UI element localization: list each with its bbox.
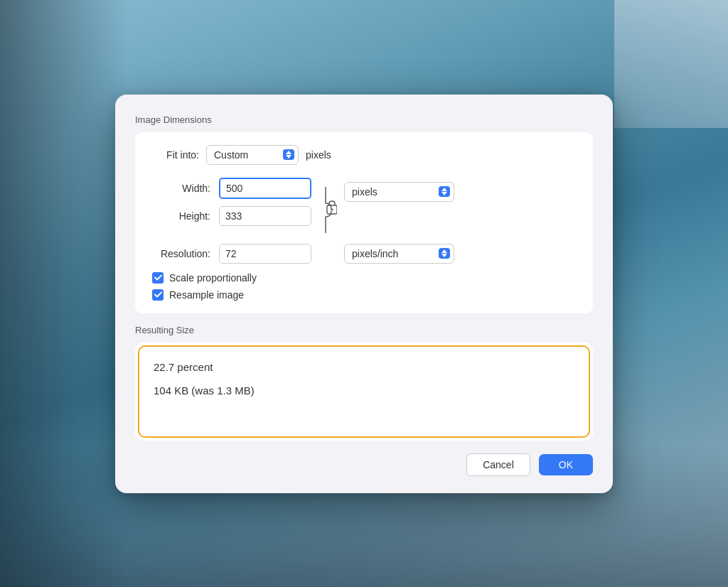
dialog: Image Dimensions Fit into: Custom Fit Wi… (115, 95, 613, 493)
height-input[interactable] (219, 206, 311, 226)
lock-bracket-icon (316, 183, 337, 237)
fit-into-select[interactable]: Custom Fit Width Fit Height (206, 145, 299, 165)
resulting-size-label: Resulting Size (135, 325, 593, 335)
resolution-unit-select-wrapper: pixels/inch pixels/cm (344, 244, 454, 264)
fit-into-select-wrapper: Custom Fit Width Fit Height (206, 145, 299, 165)
resolution-unit-select[interactable]: pixels/inch pixels/cm (344, 244, 454, 264)
resolution-input[interactable] (219, 244, 311, 264)
width-input[interactable] (219, 178, 311, 199)
height-row: Height: (149, 206, 311, 226)
resample-image-checkbox[interactable] (152, 289, 164, 301)
fit-into-units: pixels (306, 149, 331, 161)
pixel-unit-select-wrapper: pixels percent inches cm mm (344, 182, 454, 202)
checkmark-icon (154, 274, 162, 281)
result-percent: 22.7 percent (154, 361, 574, 373)
result-size: 104 KB (was 1.3 MB) (154, 384, 574, 397)
resulting-size-box: 22.7 percent 104 KB (was 1.3 MB) (138, 345, 590, 438)
width-label: Width: (149, 183, 213, 194)
resample-image-label: Resample image (169, 289, 244, 301)
pixel-unit-select[interactable]: pixels percent inches cm mm (344, 182, 454, 202)
image-dimensions-label: Image Dimensions (135, 114, 593, 125)
fit-into-row: Fit into: Custom Fit Width Fit Height pi… (149, 145, 579, 165)
svg-point-1 (331, 208, 333, 210)
pixel-unit-wrapper: pixels percent inches cm mm (344, 182, 454, 202)
width-row: Width: (149, 178, 311, 199)
image-dimensions-box: Fit into: Custom Fit Width Fit Height pi… (135, 132, 593, 313)
resample-image-row: Resample image (152, 289, 579, 301)
scale-proportionally-checkbox[interactable] (152, 272, 164, 284)
cancel-button[interactable]: Cancel (466, 453, 530, 476)
dialog-footer: Cancel OK (135, 453, 593, 476)
height-label: Height: (149, 210, 213, 222)
scale-proportionally-row: Scale proportionally (152, 272, 579, 284)
checkbox-group: Scale proportionally Resample image (149, 272, 579, 301)
checkmark-icon-2 (154, 291, 162, 298)
resolution-label: Resolution: (149, 248, 213, 259)
ok-button[interactable]: OK (539, 454, 593, 475)
lock-bracket-col (316, 183, 337, 237)
fit-into-label: Fit into: (149, 149, 199, 161)
resolution-row: Resolution: pixels/inch pixels/cm (149, 244, 579, 264)
scale-proportionally-label: Scale proportionally (169, 272, 257, 284)
